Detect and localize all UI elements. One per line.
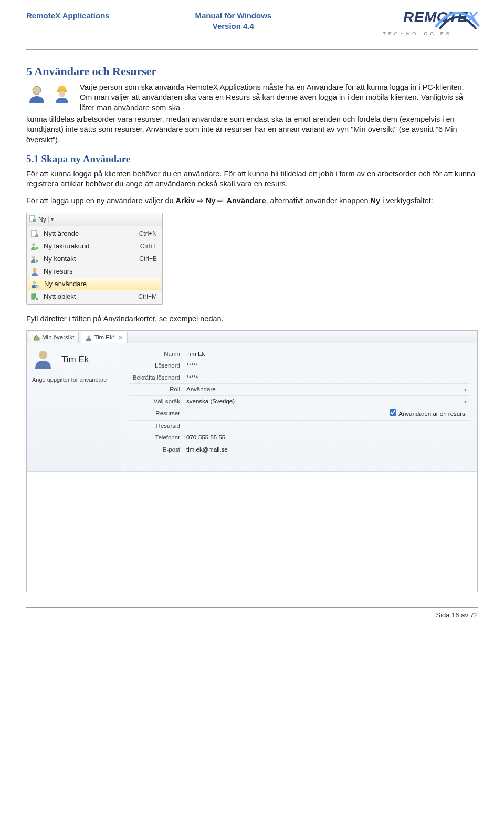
user-add-icon <box>30 279 40 289</box>
menu-screenshot: Ny ▾ Nytt ärende Ctrl+N Ny fakturakund C… <box>26 213 163 305</box>
svg-point-13 <box>33 281 36 284</box>
form-tabbar: Min översikt Tim Ek* ✕ <box>27 331 477 343</box>
svg-point-18 <box>39 351 47 359</box>
menu-list: Nytt ärende Ctrl+N Ny fakturakund Ctrl+L… <box>27 226 162 304</box>
menu-item-new-invoice-customer[interactable]: Ny fakturakund Ctrl+L <box>27 240 162 253</box>
user-form-screenshot: Min översikt Tim Ek* ✕ Tim Ek Ange uppgi… <box>26 330 478 592</box>
chevron-down-icon[interactable]: ▾ <box>464 398 467 405</box>
header-mid: Manual för Windows Version 4.4 <box>195 11 271 32</box>
user-small-icon <box>86 334 92 341</box>
field-password[interactable]: Lösenord ***** <box>129 360 470 372</box>
header-left: RemoteX Applications <box>26 11 110 21</box>
new-doc-icon <box>29 215 36 224</box>
case-icon <box>30 229 39 238</box>
field-label: Resursid <box>129 422 186 431</box>
menu-item-new-resource[interactable]: Ny resurs <box>27 265 162 278</box>
home-icon <box>34 334 40 341</box>
field-label: E-post <box>129 446 186 454</box>
svg-point-12 <box>33 270 36 273</box>
field-email[interactable]: E-post tim.ek@mail.se <box>129 444 470 456</box>
invoice-customer-icon <box>30 242 39 251</box>
section-heading: 5 Användare och Resurser <box>26 64 478 79</box>
field-value: ***** <box>186 362 198 370</box>
logo-swoosh-icon <box>434 5 481 34</box>
section-p4: Fyll därefter i fälten på Användarkortet… <box>26 314 478 324</box>
menu-item-new-contact[interactable]: Ny kontakt Ctrl+B <box>27 253 162 265</box>
field-resources: Resurser Användaren är en resurs. <box>129 407 470 421</box>
menu-label: Nytt objekt <box>44 292 76 301</box>
chevron-down-icon[interactable]: ▾ <box>464 386 467 393</box>
tab-label: Min översikt <box>42 333 74 342</box>
p3-ny: Ny <box>206 196 216 205</box>
field-label: Lösenord <box>129 362 186 370</box>
menu-label: Ny resurs <box>44 267 73 276</box>
svg-point-5 <box>33 219 36 222</box>
field-label: Bekräfta lösenord <box>129 374 186 382</box>
field-value: ***** <box>186 374 198 382</box>
close-icon[interactable]: ✕ <box>118 334 123 342</box>
svg-point-7 <box>35 234 38 237</box>
checkbox-label: Användaren är en resurs. <box>398 411 467 417</box>
form-left-hint: Ange uppgifter för användare <box>32 376 116 384</box>
field-phone[interactable]: Telefonnr 070-555 55 55 <box>129 432 470 444</box>
tab-overview[interactable]: Min översikt <box>29 332 79 343</box>
svg-point-16 <box>35 297 38 300</box>
section-icons <box>26 83 75 108</box>
menu-item-new-case[interactable]: Nytt ärende Ctrl+N <box>27 227 162 240</box>
header-right: REMOTEX TECHNOLOGIES <box>357 11 478 37</box>
field-label: Välj språk <box>129 397 186 406</box>
field-label: Roll <box>129 385 186 394</box>
field-name[interactable]: Namn Tim Ek <box>129 349 470 361</box>
field-value: svenska (Sverige) <box>186 397 235 406</box>
menu-item-new-user[interactable]: Ny användare <box>28 278 161 290</box>
page-number: Sida 16 av 72 <box>436 611 478 619</box>
resource-checkbox[interactable] <box>390 409 396 416</box>
field-label: Namn <box>129 350 186 359</box>
field-value: Användare <box>186 385 216 394</box>
field-value: tim.ek@mail.se <box>186 446 228 454</box>
arrow-icon: ⇨ <box>217 196 226 205</box>
field-resource-id[interactable]: Resursid <box>129 421 470 433</box>
menu-label: Nytt ärende <box>44 229 79 238</box>
menu-shortcut: Ctrl+L <box>140 242 157 250</box>
field-value: 070-555 55 55 <box>186 434 225 442</box>
field-label: Resurser <box>129 410 186 418</box>
logo: REMOTEX <box>357 11 478 32</box>
field-value: Tim Ek <box>186 350 205 359</box>
svg-point-10 <box>32 256 35 259</box>
p3-text-c: i verktygsfältet: <box>380 196 433 205</box>
menu-top-label: Ny <box>38 215 46 224</box>
doc-footer: Sida 16 av 72 <box>26 607 478 620</box>
form-user-name: Tim Ek <box>61 354 89 366</box>
worker-icon <box>51 83 72 104</box>
menu-item-new-object[interactable]: Nytt objekt Ctrl+M <box>27 290 162 303</box>
menu-label: Ny kontakt <box>44 254 76 264</box>
menu-shortcut: Ctrl+M <box>138 292 157 301</box>
field-role[interactable]: Roll Användare▾ <box>129 384 470 396</box>
arrow-icon: ⇨ <box>197 196 206 205</box>
menu-label: Ny fakturakund <box>44 242 89 251</box>
menu-toolbar-button[interactable]: Ny ▾ <box>27 213 162 226</box>
p3-nybtn: Ny <box>371 196 381 205</box>
header-version: Version 4.4 <box>195 21 271 32</box>
p3-text-b: , alternativt använder knappen <box>266 196 370 205</box>
resource-checkbox-wrap[interactable]: Användaren är en resurs. <box>390 409 467 418</box>
menu-shortcut: Ctrl+N <box>139 229 157 238</box>
section-p2: För att kunna logga på klienten behöver … <box>26 169 478 190</box>
svg-point-8 <box>32 243 35 246</box>
header-title: Manual för Windows <box>195 11 271 20</box>
tab-label: Tim Ek* <box>94 333 115 342</box>
p3-arkiv: Arkiv <box>176 196 195 205</box>
field-label: Telefonnr <box>129 434 186 442</box>
section-p1b: kunna tilldelas arbetsorder vara resurse… <box>26 114 478 145</box>
field-confirm-password[interactable]: Bekräfta lösenord ***** <box>129 372 470 384</box>
section-p1a: Varje person som ska använda RemoteX App… <box>26 82 478 113</box>
doc-header: RemoteX Applications Manual för Windows … <box>26 11 478 50</box>
tab-user[interactable]: Tim Ek* ✕ <box>81 332 128 343</box>
svg-point-11 <box>35 259 38 263</box>
contact-icon <box>30 254 39 264</box>
field-language[interactable]: Välj språk svenska (Sverige)▾ <box>129 396 470 408</box>
menu-label: Ny användare <box>44 279 87 289</box>
user-large-icon <box>32 348 54 370</box>
form-fields: Namn Tim Ek Lösenord ***** Bekräfta löse… <box>121 343 477 472</box>
